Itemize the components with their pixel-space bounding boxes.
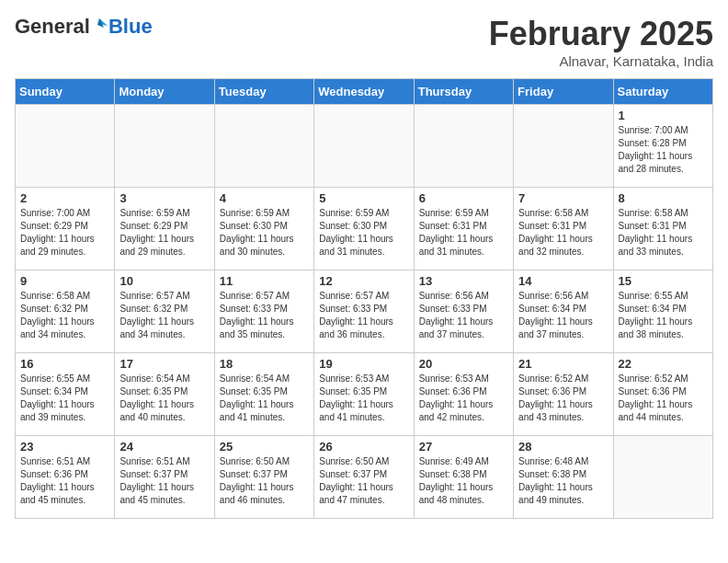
day-number: 24 — [119, 440, 209, 454]
calendar-cell: 12Sunrise: 6:57 AM Sunset: 6:33 PM Dayli… — [314, 270, 414, 353]
calendar-cell: 2Sunrise: 7:00 AM Sunset: 6:29 PM Daylig… — [16, 188, 115, 270]
calendar-cell — [16, 105, 115, 188]
calendar-cell: 11Sunrise: 6:57 AM Sunset: 6:33 PM Dayli… — [214, 270, 313, 353]
calendar-cell: 10Sunrise: 6:57 AM Sunset: 6:32 PM Dayli… — [115, 270, 214, 353]
calendar-cell: 14Sunrise: 6:56 AM Sunset: 6:34 PM Dayli… — [514, 270, 613, 353]
day-info: Sunrise: 6:57 AM Sunset: 6:33 PM Dayligh… — [220, 290, 309, 341]
logo: General Blue — [15, 15, 153, 39]
day-number: 20 — [419, 357, 508, 371]
day-number: 19 — [319, 357, 408, 371]
day-number: 18 — [220, 357, 309, 371]
calendar-cell — [414, 105, 513, 188]
calendar-cell: 15Sunrise: 6:55 AM Sunset: 6:34 PM Dayli… — [613, 270, 712, 353]
day-number: 25 — [220, 440, 309, 454]
day-number: 10 — [119, 274, 209, 288]
col-header-wednesday: Wednesday — [314, 79, 414, 105]
location: Alnavar, Karnataka, India — [489, 53, 713, 69]
day-number: 17 — [119, 357, 209, 371]
day-info: Sunrise: 6:55 AM Sunset: 6:34 PM Dayligh… — [619, 290, 708, 341]
calendar-cell: 4Sunrise: 6:59 AM Sunset: 6:30 PM Daylig… — [214, 188, 313, 270]
day-info: Sunrise: 6:50 AM Sunset: 6:37 PM Dayligh… — [220, 455, 309, 507]
calendar-cell — [314, 105, 414, 188]
day-number: 23 — [20, 440, 109, 454]
calendar-cell: 5Sunrise: 6:59 AM Sunset: 6:30 PM Daylig… — [314, 188, 414, 270]
day-info: Sunrise: 6:59 AM Sunset: 6:29 PM Dayligh… — [119, 207, 209, 259]
day-info: Sunrise: 6:58 AM Sunset: 6:32 PM Dayligh… — [20, 290, 109, 341]
day-number: 7 — [518, 191, 608, 205]
day-info: Sunrise: 6:54 AM Sunset: 6:35 PM Dayligh… — [119, 373, 209, 424]
day-number: 28 — [518, 440, 608, 454]
calendar-cell: 21Sunrise: 6:52 AM Sunset: 6:36 PM Dayli… — [514, 353, 613, 436]
calendar-cell: 18Sunrise: 6:54 AM Sunset: 6:35 PM Dayli… — [214, 353, 313, 436]
day-info: Sunrise: 6:56 AM Sunset: 6:34 PM Dayligh… — [518, 290, 608, 341]
day-info: Sunrise: 6:51 AM Sunset: 6:36 PM Dayligh… — [20, 455, 109, 507]
day-number: 6 — [419, 191, 508, 205]
calendar-cell — [214, 105, 313, 188]
day-info: Sunrise: 6:54 AM Sunset: 6:35 PM Dayligh… — [220, 373, 309, 424]
col-header-monday: Monday — [115, 79, 214, 105]
calendar-cell: 20Sunrise: 6:53 AM Sunset: 6:36 PM Dayli… — [414, 353, 513, 436]
calendar-cell: 28Sunrise: 6:48 AM Sunset: 6:38 PM Dayli… — [514, 436, 613, 519]
calendar-cell: 17Sunrise: 6:54 AM Sunset: 6:35 PM Dayli… — [115, 353, 214, 436]
day-number: 13 — [419, 274, 508, 288]
day-info: Sunrise: 6:53 AM Sunset: 6:35 PM Dayligh… — [319, 373, 408, 424]
day-number: 14 — [518, 274, 608, 288]
day-number: 4 — [220, 191, 309, 205]
day-info: Sunrise: 6:58 AM Sunset: 6:31 PM Dayligh… — [518, 207, 608, 259]
day-info: Sunrise: 6:52 AM Sunset: 6:36 PM Dayligh… — [518, 373, 608, 424]
day-number: 9 — [20, 274, 109, 288]
calendar-cell: 8Sunrise: 6:58 AM Sunset: 6:31 PM Daylig… — [613, 188, 712, 270]
page-header: General Blue February 2025 Alnavar, Karn… — [15, 15, 713, 69]
calendar-cell — [514, 105, 613, 188]
col-header-sunday: Sunday — [16, 79, 115, 105]
day-info: Sunrise: 6:56 AM Sunset: 6:33 PM Dayligh… — [419, 290, 508, 341]
day-number: 8 — [619, 191, 708, 205]
day-info: Sunrise: 6:59 AM Sunset: 6:30 PM Dayligh… — [319, 207, 408, 259]
calendar-cell: 7Sunrise: 6:58 AM Sunset: 6:31 PM Daylig… — [514, 188, 613, 270]
calendar-cell: 16Sunrise: 6:55 AM Sunset: 6:34 PM Dayli… — [16, 353, 115, 436]
logo-blue: Blue — [108, 15, 153, 39]
day-info: Sunrise: 6:57 AM Sunset: 6:32 PM Dayligh… — [119, 290, 209, 341]
day-info: Sunrise: 6:49 AM Sunset: 6:38 PM Dayligh… — [419, 455, 508, 507]
day-info: Sunrise: 6:48 AM Sunset: 6:38 PM Dayligh… — [518, 455, 608, 507]
col-header-tuesday: Tuesday — [214, 79, 313, 105]
day-info: Sunrise: 6:53 AM Sunset: 6:36 PM Dayligh… — [419, 373, 508, 424]
day-number: 1 — [619, 109, 708, 122]
calendar-cell: 24Sunrise: 6:51 AM Sunset: 6:37 PM Dayli… — [115, 436, 214, 519]
day-number: 5 — [319, 191, 408, 205]
calendar-cell: 27Sunrise: 6:49 AM Sunset: 6:38 PM Dayli… — [414, 436, 513, 519]
day-info: Sunrise: 6:59 AM Sunset: 6:30 PM Dayligh… — [220, 207, 309, 259]
day-number: 22 — [619, 357, 708, 371]
day-info: Sunrise: 6:51 AM Sunset: 6:37 PM Dayligh… — [119, 455, 209, 507]
day-info: Sunrise: 6:58 AM Sunset: 6:31 PM Dayligh… — [619, 207, 708, 259]
day-number: 12 — [319, 274, 408, 288]
calendar-table: SundayMondayTuesdayWednesdayThursdayFrid… — [15, 78, 713, 519]
day-info: Sunrise: 6:57 AM Sunset: 6:33 PM Dayligh… — [319, 290, 408, 341]
calendar-cell: 22Sunrise: 6:52 AM Sunset: 6:36 PM Dayli… — [613, 353, 712, 436]
day-number: 3 — [119, 191, 209, 205]
day-info: Sunrise: 6:59 AM Sunset: 6:31 PM Dayligh… — [419, 207, 508, 259]
calendar-cell: 1Sunrise: 7:00 AM Sunset: 6:28 PM Daylig… — [613, 105, 712, 188]
calendar-cell — [115, 105, 214, 188]
calendar-cell — [613, 436, 712, 519]
col-header-saturday: Saturday — [613, 79, 712, 105]
day-info: Sunrise: 6:52 AM Sunset: 6:36 PM Dayligh… — [619, 373, 708, 424]
col-header-thursday: Thursday — [414, 79, 513, 105]
day-number: 16 — [20, 357, 109, 371]
calendar-cell: 25Sunrise: 6:50 AM Sunset: 6:37 PM Dayli… — [214, 436, 313, 519]
logo-bird-icon — [90, 15, 108, 39]
day-number: 27 — [419, 440, 508, 454]
title-block: February 2025 Alnavar, Karnataka, India — [489, 15, 713, 69]
day-number: 21 — [518, 357, 608, 371]
calendar-cell: 19Sunrise: 6:53 AM Sunset: 6:35 PM Dayli… — [314, 353, 414, 436]
day-number: 26 — [319, 440, 408, 454]
day-number: 15 — [619, 274, 708, 288]
calendar-cell: 3Sunrise: 6:59 AM Sunset: 6:29 PM Daylig… — [115, 188, 214, 270]
calendar-cell: 13Sunrise: 6:56 AM Sunset: 6:33 PM Dayli… — [414, 270, 513, 353]
calendar-cell: 9Sunrise: 6:58 AM Sunset: 6:32 PM Daylig… — [16, 270, 115, 353]
day-number: 2 — [20, 191, 109, 205]
month-title: February 2025 — [489, 15, 713, 53]
col-header-friday: Friday — [514, 79, 613, 105]
day-info: Sunrise: 6:55 AM Sunset: 6:34 PM Dayligh… — [20, 373, 109, 424]
day-info: Sunrise: 7:00 AM Sunset: 6:29 PM Dayligh… — [20, 207, 109, 259]
